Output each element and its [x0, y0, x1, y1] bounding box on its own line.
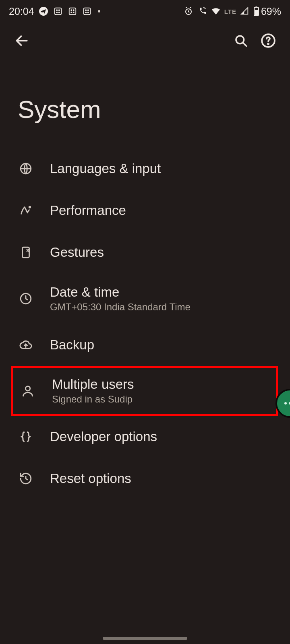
notification-grid-icon — [67, 6, 78, 17]
status-right: LTE 69% — [183, 6, 281, 17]
svg-point-13 — [87, 10, 88, 10]
svg-point-4 — [56, 12, 57, 13]
search-button[interactable] — [231, 31, 251, 50]
svg-point-27 — [25, 386, 30, 391]
setting-performance[interactable]: Performance — [0, 190, 290, 231]
svg-point-9 — [71, 12, 72, 13]
setting-subtitle: Signed in as Sudip — [52, 394, 134, 405]
wifi-icon — [211, 6, 221, 17]
setting-date-time[interactable]: Date & time GMT+05:30 India Standard Tim… — [0, 273, 290, 324]
svg-point-14 — [85, 12, 86, 13]
status-time: 20:04 — [9, 6, 34, 17]
svg-point-8 — [73, 10, 74, 10]
svg-point-5 — [58, 12, 59, 13]
svg-point-7 — [71, 10, 72, 10]
setting-title: Performance — [50, 203, 126, 218]
svg-rect-11 — [83, 8, 90, 15]
svg-point-3 — [58, 10, 59, 10]
svg-rect-19 — [255, 10, 258, 15]
back-button[interactable] — [12, 31, 31, 50]
setting-title: Date & time — [50, 285, 191, 300]
setting-reset-options[interactable]: Reset options — [0, 458, 290, 500]
setting-title: Gestures — [50, 245, 104, 260]
setting-gestures[interactable]: Gestures — [0, 231, 290, 273]
svg-point-2 — [56, 10, 57, 10]
setting-title: Reset options — [50, 471, 131, 486]
setting-title: Backup — [50, 337, 94, 353]
setting-multiple-users[interactable]: Multiple users Signed in as Sudip — [11, 366, 278, 416]
network-type-label: LTE — [224, 8, 236, 15]
svg-point-10 — [73, 12, 74, 13]
settings-list: Languages & input Performance Gestures D… — [0, 148, 290, 500]
page-title: System — [0, 59, 290, 148]
notification-grid-icon — [53, 6, 63, 17]
status-left: 20:04 — [9, 6, 100, 17]
status-bar: 20:04 LTE 69% — [0, 0, 290, 23]
battery-text: 69% — [261, 6, 281, 17]
svg-point-22 — [268, 43, 269, 44]
signal-icon — [240, 6, 250, 17]
svg-rect-18 — [255, 6, 257, 7]
cloud-upload-icon — [18, 337, 34, 353]
notification-grid-icon — [82, 6, 92, 17]
svg-rect-25 — [23, 247, 29, 258]
svg-rect-6 — [69, 8, 76, 15]
globe-icon — [18, 161, 34, 177]
battery-indicator: 69% — [253, 6, 281, 17]
telegram-icon — [38, 6, 49, 17]
more-dots-icon — [284, 402, 290, 405]
person-icon — [20, 383, 36, 399]
history-icon — [18, 471, 34, 487]
clock-icon — [18, 291, 34, 307]
setting-languages-input[interactable]: Languages & input — [0, 148, 290, 190]
braces-icon — [18, 429, 34, 445]
setting-subtitle: GMT+05:30 India Standard Time — [50, 301, 191, 313]
performance-icon — [18, 202, 34, 219]
setting-backup[interactable]: Backup — [0, 324, 290, 366]
svg-point-15 — [87, 12, 88, 13]
more-notifications-dot — [98, 10, 100, 12]
setting-title: Multiple users — [52, 377, 134, 392]
setting-developer-options[interactable]: Developer options — [0, 416, 290, 458]
svg-point-12 — [85, 10, 86, 10]
help-button[interactable] — [259, 31, 278, 50]
setting-title: Languages & input — [50, 161, 161, 176]
wifi-calling-icon — [197, 6, 207, 17]
gesture-nav-handle[interactable] — [103, 637, 187, 640]
alarm-icon — [183, 6, 194, 17]
gestures-icon — [18, 244, 34, 260]
app-bar — [0, 23, 290, 59]
setting-title: Developer options — [50, 429, 157, 444]
svg-point-24 — [29, 206, 30, 208]
svg-rect-1 — [54, 8, 61, 15]
